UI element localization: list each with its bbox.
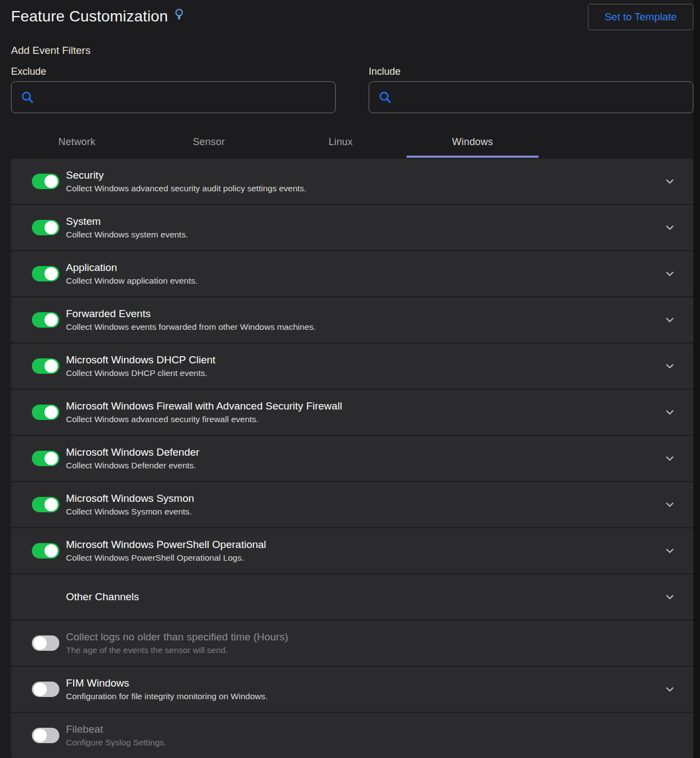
feature-title: System <box>66 215 188 228</box>
toggle-switch-security[interactable] <box>32 174 59 189</box>
toggle-switch-microsoft-windows-firewall-with-advanced-security-firewall[interactable] <box>32 405 59 420</box>
toggle-knob <box>45 267 58 280</box>
feature-row-forwarded-events[interactable]: Forwarded Events Collect Windows events … <box>11 297 693 342</box>
feature-row-collect-logs-no-older-than-specified-time-hours: Collect logs no older than specified tim… <box>11 621 693 666</box>
tab-windows[interactable]: Windows <box>407 126 538 158</box>
feature-texts: Microsoft Windows PowerShell Operational… <box>66 538 266 563</box>
toggle-knob <box>45 406 58 419</box>
chevron-down-icon[interactable] <box>663 590 676 604</box>
scrollbar-track[interactable] <box>693 0 700 758</box>
feature-row-security[interactable]: Security Collect Windows advanced securi… <box>11 159 693 204</box>
feature-row-microsoft-windows-dhcp-client[interactable]: Microsoft Windows DHCP Client Collect Wi… <box>11 344 693 389</box>
feature-customization-page: Feature Customization Set to Template Ad… <box>0 0 693 758</box>
chevron-down-icon[interactable] <box>663 221 676 234</box>
toggle-knob <box>45 544 58 557</box>
feature-title: Collect logs no older than specified tim… <box>66 630 288 644</box>
feature-row-microsoft-windows-sysmon[interactable]: Microsoft Windows Sysmon Collect Windows… <box>11 482 693 527</box>
feature-description: Collect Windows PowerShell Operational L… <box>66 553 266 563</box>
feature-description: Collect Windows Sysmon events. <box>66 507 194 517</box>
feature-description: Collect Windows advanced security audit … <box>66 184 307 194</box>
feature-title: Forwarded Events <box>66 307 316 320</box>
add-event-filters-heading: Add Event Filters <box>11 45 693 57</box>
toggle-switch-microsoft-windows-dhcp-client[interactable] <box>32 358 59 374</box>
chevron-down-icon[interactable] <box>663 267 676 280</box>
chevron-down-icon[interactable] <box>663 683 676 696</box>
feature-description: Collect Windows DHCP client events. <box>66 368 215 379</box>
feature-texts: Security Collect Windows advanced securi… <box>66 169 307 193</box>
include-label: Include <box>369 66 693 78</box>
chevron-down-icon[interactable] <box>663 498 676 511</box>
toggle-switch-fim-windows[interactable] <box>32 682 59 697</box>
feature-texts: Application Collect Window application e… <box>66 261 198 286</box>
feature-description: Configuration for file integrity monitor… <box>66 691 268 702</box>
tab-linux[interactable]: Linux <box>275 126 407 158</box>
feature-row-fim-windows[interactable]: FIM Windows Configuration for file integ… <box>11 667 693 712</box>
chevron-down-icon[interactable] <box>663 544 676 557</box>
feature-title: Microsoft Windows PowerShell Operational <box>66 538 266 551</box>
toggle-knob <box>45 498 58 511</box>
search-icon <box>378 90 392 104</box>
toggle-knob <box>45 175 58 188</box>
feature-row-filebeat: Filebeat Configure Syslog Settings. <box>11 713 693 758</box>
feature-texts: FIM Windows Configuration for file integ… <box>66 677 268 701</box>
toggle-switch-forwarded-events[interactable] <box>32 312 59 328</box>
feature-texts: Microsoft Windows DHCP Client Collect Wi… <box>66 353 215 378</box>
feature-texts: System Collect Windows system events. <box>66 215 188 240</box>
page-title-text: Feature Customization <box>11 8 168 25</box>
toggle-knob <box>45 452 58 465</box>
feature-title: Microsoft Windows Defender <box>66 446 199 459</box>
platform-tabs: Network Sensor Linux Windows <box>11 126 538 158</box>
feature-title: Microsoft Windows DHCP Client <box>66 353 215 367</box>
feature-texts: Microsoft Windows Firewall with Advanced… <box>66 400 342 424</box>
exclude-label: Exclude <box>11 66 336 78</box>
feature-title: Application <box>66 261 198 274</box>
chevron-down-icon[interactable] <box>663 313 676 327</box>
page-title: Feature Customization <box>11 7 185 26</box>
lightbulb-icon <box>174 8 185 26</box>
include-search-input[interactable] <box>399 91 685 103</box>
page-header: Feature Customization Set to Template <box>11 7 693 30</box>
feature-row-microsoft-windows-powershell-operational[interactable]: Microsoft Windows PowerShell Operational… <box>11 528 693 573</box>
toggle-switch-microsoft-windows-powershell-operational[interactable] <box>32 543 59 558</box>
set-to-template-button[interactable]: Set to Template <box>588 4 693 30</box>
exclude-filter-column: Exclude <box>11 66 336 113</box>
feature-title: Microsoft Windows Sysmon <box>66 492 194 505</box>
feature-description: Configure Syslog Settings. <box>66 738 166 748</box>
toggle-knob <box>45 359 58 373</box>
feature-texts: Other Channels <box>66 590 139 604</box>
toggle-knob <box>34 683 47 696</box>
exclude-search-box[interactable] <box>11 81 336 113</box>
feature-row-other-channels[interactable]: Other Channels <box>11 574 693 619</box>
tab-sensor[interactable]: Sensor <box>143 126 275 158</box>
toggle-switch-microsoft-windows-defender[interactable] <box>32 451 59 466</box>
chevron-down-icon[interactable] <box>663 175 676 188</box>
chevron-down-icon[interactable] <box>663 452 676 465</box>
feature-rows: Security Collect Windows advanced securi… <box>11 159 693 758</box>
toggle-knob <box>45 313 58 327</box>
exclude-search-input[interactable] <box>41 91 327 103</box>
toggle-switch-microsoft-windows-sysmon[interactable] <box>32 497 59 512</box>
feature-title: Microsoft Windows Firewall with Advanced… <box>66 400 342 413</box>
include-search-box[interactable] <box>369 81 693 113</box>
feature-row-application[interactable]: Application Collect Window application e… <box>11 251 693 296</box>
toggle-knob <box>45 221 58 234</box>
event-filters: Exclude Include <box>11 66 693 113</box>
chevron-down-icon[interactable] <box>663 359 676 373</box>
toggle-knob <box>34 637 47 650</box>
toggle-switch-application[interactable] <box>32 266 59 281</box>
feature-texts: Microsoft Windows Defender Collect Windo… <box>66 446 199 471</box>
toggle-switch-filebeat <box>32 728 59 743</box>
feature-description: Collect Windows Defender events. <box>66 461 199 471</box>
feature-row-system[interactable]: System Collect Windows system events. <box>11 205 693 250</box>
feature-description: Collect Window application events. <box>66 276 198 286</box>
feature-texts: Microsoft Windows Sysmon Collect Windows… <box>66 492 194 517</box>
toggle-switch-collect-logs-no-older-than-specified-time-hours <box>32 635 59 651</box>
feature-texts: Forwarded Events Collect Windows events … <box>66 307 316 332</box>
toggle-switch-system[interactable] <box>32 220 59 235</box>
feature-title: Other Channels <box>66 590 139 604</box>
feature-row-microsoft-windows-defender[interactable]: Microsoft Windows Defender Collect Windo… <box>11 436 693 481</box>
feature-title: FIM Windows <box>66 677 268 690</box>
chevron-down-icon[interactable] <box>663 406 676 419</box>
tab-network[interactable]: Network <box>11 126 143 158</box>
feature-row-microsoft-windows-firewall-with-advanced-security-firewall[interactable]: Microsoft Windows Firewall with Advanced… <box>11 390 693 435</box>
